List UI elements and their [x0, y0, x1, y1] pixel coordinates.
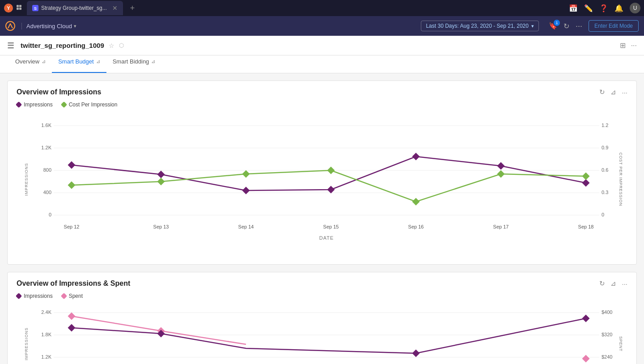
share-icon[interactable]: ⬡: [119, 42, 124, 49]
more-chart1-icon[interactable]: ···: [622, 89, 627, 96]
svg-rect-36: [242, 187, 250, 195]
svg-text:Sep 17: Sep 17: [493, 224, 509, 229]
tab-favicon-icon: S: [32, 5, 38, 11]
nav-tab-bar: Overview ⊿ Smart Budget ⊿ Smart Bidding …: [0, 55, 644, 73]
legend-cpi: Cost Per Impression: [62, 102, 118, 108]
chart-impressions-title: Overview of Impressions: [17, 88, 101, 96]
chart1-legend: Impressions Cost Per Impression: [17, 102, 627, 108]
svg-text:COST PER IMPRESSION: COST PER IMPRESSION: [619, 152, 623, 206]
svg-rect-59: [68, 313, 76, 320]
svg-text:0.3: 0.3: [602, 190, 608, 195]
calendar-icon[interactable]: 📅: [569, 4, 578, 13]
bell-icon[interactable]: 🔔: [614, 4, 623, 13]
filter-chart1-icon[interactable]: ⊿: [610, 88, 616, 96]
svg-point-8: [6, 21, 15, 30]
svg-rect-40: [582, 179, 590, 187]
legend-impressions-label: Impressions: [24, 102, 53, 108]
svg-text:Sep 18: Sep 18: [578, 224, 594, 229]
svg-rect-44: [327, 167, 335, 174]
chart2-wrapper: 2.4K 1.8K 1.2K $400 $320 $240 IMPRESSION…: [17, 304, 627, 364]
chart1-svg: 1.6K 1.2K 800 400 0 1.2 0.9 0.6 0.3 0 IM…: [17, 112, 627, 255]
svg-rect-65: [582, 355, 590, 363]
svg-rect-5: [19, 8, 21, 10]
chart-impressions-card: Overview of Impressions ↻ ⊿ ··· Impressi…: [7, 80, 637, 265]
svg-text:Sep 13: Sep 13: [153, 224, 169, 229]
filter-icon[interactable]: ⊞: [620, 41, 626, 50]
app-dropdown-icon[interactable]: ▾: [74, 23, 76, 29]
legend2-impressions-icon: [16, 293, 22, 299]
svg-rect-34: [68, 161, 76, 169]
svg-rect-3: [19, 5, 21, 7]
svg-text:1.2: 1.2: [602, 123, 608, 128]
svg-rect-45: [412, 198, 420, 206]
date-range-button[interactable]: Last 30 Days: Aug 23, 2020 - Sep 21, 202…: [421, 21, 539, 31]
svg-text:DATE: DATE: [319, 235, 334, 241]
star-icon[interactable]: ☆: [109, 42, 114, 49]
hamburger-icon[interactable]: ☰: [7, 41, 14, 51]
header-icons: 🔖 1 ↻ ··· Enter Edit Mode: [549, 20, 639, 32]
app-logo: [5, 21, 15, 31]
svg-text:800: 800: [43, 167, 51, 173]
svg-text:$400: $400: [602, 309, 612, 315]
close-tab-icon[interactable]: ✕: [112, 4, 118, 12]
tab-overview[interactable]: Overview ⊿: [9, 55, 52, 73]
smart-bidding-filter-icon[interactable]: ⊿: [151, 59, 155, 64]
svg-rect-63: [412, 350, 420, 357]
notification-badge: 1: [554, 20, 560, 26]
svg-text:400: 400: [43, 190, 51, 195]
svg-text:$320: $320: [602, 332, 612, 337]
tab-smart-bidding-label: Smart Bidding: [113, 58, 149, 65]
legend2-spent-label: Spent: [69, 293, 83, 299]
more-chart2-icon[interactable]: ···: [622, 280, 627, 288]
add-tab-button[interactable]: +: [126, 1, 140, 15]
user-avatar[interactable]: U: [630, 3, 640, 13]
refresh-chart2-icon[interactable]: ↻: [599, 279, 605, 288]
apps-icon[interactable]: [16, 4, 23, 12]
svg-rect-42: [157, 178, 165, 186]
svg-text:$240: $240: [602, 354, 612, 360]
workspace-icons: ⊞ ···: [620, 41, 637, 50]
svg-text:Sep 16: Sep 16: [408, 224, 424, 229]
legend2-impressions: Impressions: [17, 293, 53, 299]
legend2-spent: Spent: [62, 293, 83, 299]
svg-text:Sep 15: Sep 15: [323, 224, 339, 229]
tab-smart-budget[interactable]: Smart Budget ⊿: [52, 55, 106, 73]
refresh-chart1-icon[interactable]: ↻: [599, 88, 605, 96]
svg-rect-35: [157, 171, 165, 178]
active-browser-tab[interactable]: S Strategy Group-twitter_sg... ✕: [27, 1, 123, 15]
bookmark-icon[interactable]: 🔖 1: [549, 22, 557, 30]
active-tab-label: Strategy Group-twitter_sg...: [41, 5, 107, 11]
svg-text:2.4K: 2.4K: [41, 309, 51, 315]
svg-rect-46: [497, 170, 505, 178]
tab-smart-bidding[interactable]: Smart Bidding ⊿: [106, 55, 162, 73]
filter-chart2-icon[interactable]: ⊿: [610, 279, 616, 288]
smart-budget-filter-icon[interactable]: ⊿: [96, 59, 100, 64]
chart-impressions-spent-card: Overview of Impressions & Spent ↻ ⊿ ··· …: [7, 272, 637, 364]
workspace-title: twitter_sg_reporting_1009: [21, 42, 104, 49]
edit-icon[interactable]: ✏️: [584, 4, 593, 13]
legend-cpi-label: Cost Per Impression: [69, 102, 118, 108]
svg-rect-38: [412, 153, 420, 161]
browser-bar: Y S Strategy Group-twitter_sg... ✕ + 📅 ✏…: [0, 0, 644, 16]
svg-text:0: 0: [602, 212, 604, 217]
svg-text:1.2K: 1.2K: [41, 145, 51, 150]
help-icon[interactable]: ❓: [599, 4, 608, 13]
chart-impressions-header: Overview of Impressions ↻ ⊿ ···: [17, 88, 627, 96]
svg-text:Sep 14: Sep 14: [238, 224, 254, 229]
refresh-icon[interactable]: ↻: [564, 22, 569, 30]
svg-rect-41: [68, 182, 76, 189]
svg-text:Y: Y: [7, 5, 10, 11]
legend2-impressions-label: Impressions: [24, 293, 53, 299]
overview-filter-icon[interactable]: ⊿: [42, 59, 46, 64]
edit-mode-button[interactable]: Enter Edit Mode: [589, 20, 639, 32]
more-icon[interactable]: ···: [576, 21, 582, 31]
browser-actions: 📅 ✏️ ❓ 🔔 U: [569, 3, 640, 13]
chart-impressions-actions: ↻ ⊿ ···: [599, 88, 627, 96]
legend2-spent-icon: [61, 293, 67, 299]
svg-text:S: S: [34, 6, 37, 11]
chart2-svg: 2.4K 1.8K 1.2K $400 $320 $240 IMPRESSION…: [17, 304, 627, 364]
svg-text:1.6K: 1.6K: [41, 123, 51, 128]
more-options-icon[interactable]: ···: [631, 42, 637, 50]
svg-text:0: 0: [49, 212, 51, 217]
date-range-label: Last 30 Days: Aug 23, 2020 - Sep 21, 202…: [426, 23, 529, 29]
